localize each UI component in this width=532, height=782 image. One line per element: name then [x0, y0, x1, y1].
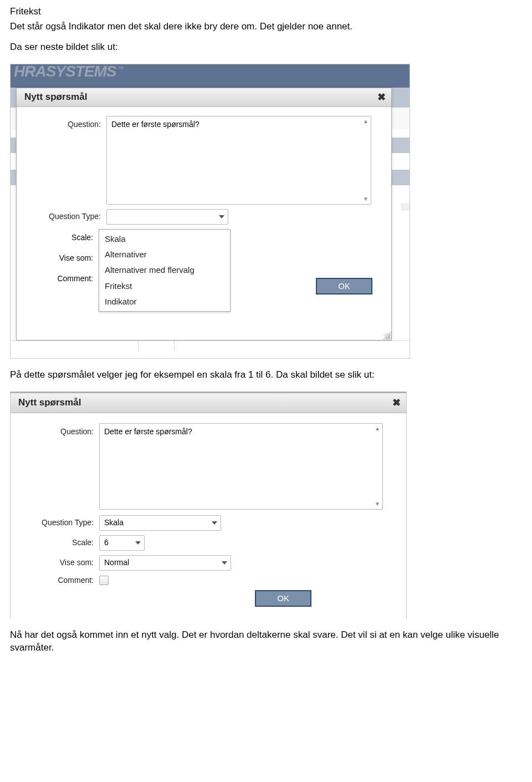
chevron-down-icon: [135, 541, 141, 545]
label-question: Question:: [19, 423, 99, 437]
doc-line-neste-bildet: Da ser neste bildet slik ut:: [10, 41, 512, 54]
screenshot-1: HRASYSTEMS™ Nytt spørsmål ✖ Question: De…: [10, 64, 410, 359]
doc-line-nytt-valg: Nå har det også kommet inn et nytt valg.…: [10, 629, 512, 654]
vise-som-select[interactable]: Normal: [99, 555, 231, 571]
option-alternativer-flervalg[interactable]: Alternativer med flervalg: [99, 262, 230, 278]
option-indikator[interactable]: Indikator: [99, 294, 230, 309]
doc-line-skala: På dette spørsmålet velger jeg for eksem…: [10, 369, 512, 382]
trademark-icon: ™: [117, 65, 124, 72]
chevron-down-icon: [222, 561, 227, 565]
vise-som-value: Normal: [104, 557, 129, 568]
question-value: Dette er første spørsmål?: [104, 427, 192, 436]
question-type-select[interactable]: Skala: [99, 515, 221, 531]
label-scale: Scale:: [19, 537, 99, 548]
question-textarea[interactable]: Dette er første spørsmål? ▲ ▼: [106, 116, 371, 205]
scroll-down-icon[interactable]: ▼: [362, 195, 370, 203]
option-alternativer[interactable]: Alternativer: [99, 247, 230, 262]
chevron-down-icon: [212, 521, 217, 525]
question-type-value: Skala: [104, 517, 124, 528]
dialog2-title-text: Nytt spørsmål: [18, 397, 81, 409]
brand-logo: HRASYSTEMS™: [14, 61, 124, 82]
ok-button[interactable]: OK: [316, 278, 372, 294]
label-comment: Comment:: [17, 273, 99, 284]
scroll-up-icon[interactable]: ▲: [362, 118, 370, 125]
comment-checkbox[interactable]: [99, 576, 109, 585]
question-value: Dette er første spørsmål?: [111, 120, 200, 129]
doc-line-fritekst: Fritekst: [10, 6, 512, 18]
label-vise-som: Vise som:: [17, 253, 99, 263]
doc-line-indikator: Det står også Indikator men det skal der…: [10, 21, 512, 33]
chevron-down-icon: [219, 215, 224, 219]
app-header: HRASYSTEMS™: [11, 64, 410, 88]
close-icon[interactable]: ✖: [392, 396, 401, 409]
scale-select[interactable]: 6: [99, 535, 145, 551]
dialog-new-question: Nytt spørsmål ✖ Question: Dette er først…: [16, 88, 392, 341]
option-skala[interactable]: Skala: [99, 231, 230, 247]
side-labels: Scale: Vise som: Comment:: [17, 232, 99, 294]
label-scale: Scale:: [17, 232, 99, 243]
label-question: Question:: [24, 116, 106, 130]
label-comment: Comment:: [19, 575, 99, 586]
screenshot-2: Nytt spørsmål ✖ Question: Dette er først…: [10, 392, 407, 619]
dialog-title-text: Nytt spørsmål: [24, 91, 87, 104]
scroll-up-icon[interactable]: ▲: [374, 425, 381, 433]
scale-value: 6: [104, 537, 109, 548]
brand-text: HRASYSTEMS: [14, 63, 116, 80]
question-type-dropdown[interactable]: Skala Alternativer Alternativer med fler…: [99, 229, 231, 312]
label-question-type: Question Type:: [19, 517, 99, 528]
question-type-select[interactable]: [106, 209, 228, 225]
scroll-down-icon[interactable]: ▼: [374, 500, 381, 508]
ok-button[interactable]: OK: [255, 590, 311, 607]
dialog-titlebar: Nytt spørsmål ✖: [17, 88, 391, 107]
label-question-type: Question Type:: [24, 211, 106, 222]
footer-strip: [11, 341, 410, 358]
dialog2-titlebar: Nytt spørsmål ✖: [11, 393, 406, 413]
option-fritekst[interactable]: Fritekst: [99, 278, 230, 294]
resize-handle-icon[interactable]: [382, 331, 391, 340]
close-icon[interactable]: ✖: [377, 90, 386, 104]
label-vise-som: Vise som:: [19, 557, 99, 568]
question-textarea[interactable]: Dette er første spørsmål? ▲ ▼: [99, 423, 383, 510]
